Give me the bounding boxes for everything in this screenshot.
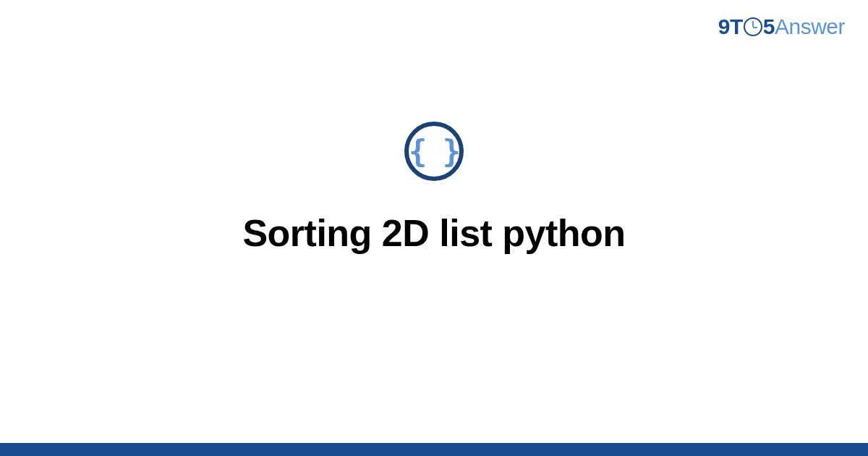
footer-accent-bar bbox=[0, 443, 868, 456]
main-content: { } Sorting 2D list python bbox=[0, 0, 868, 456]
code-braces-icon: { } bbox=[409, 134, 459, 169]
category-icon-circle: { } bbox=[404, 122, 464, 181]
page-title: Sorting 2D list python bbox=[242, 211, 625, 255]
